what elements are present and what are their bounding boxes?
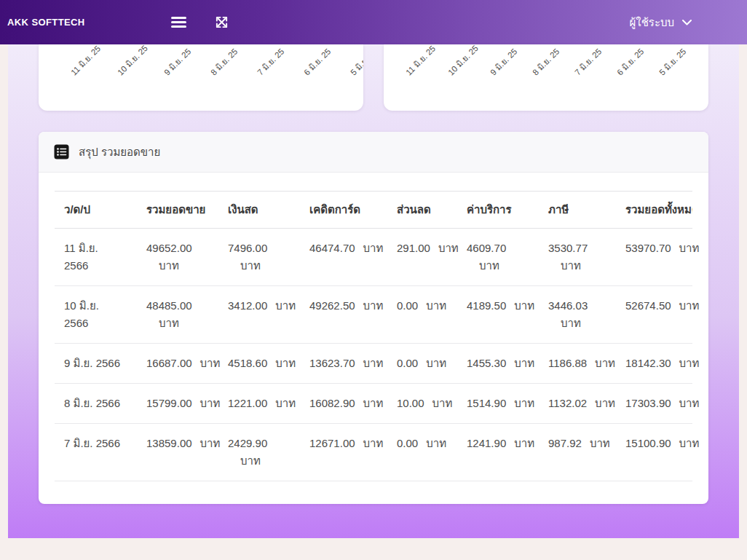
currency-unit: บาท — [275, 299, 296, 312]
sidebar-toggle-button[interactable] — [171, 15, 186, 30]
amount-cell: 46474.70บาท — [300, 229, 387, 286]
amount-cell: 1221.00บาท — [218, 384, 300, 424]
column-header: ว/ด/ป — [55, 192, 137, 229]
amount-cell: 49262.50บาท — [300, 286, 387, 344]
x-axis-tick-label: 5 มิ.ย. 25 — [347, 45, 363, 78]
currency-unit: บาท — [363, 397, 384, 409]
sales-summary-card: สรุป รวมยอดขาย ว/ด/ปรวมยอดขายเงินสดเคดิต… — [39, 132, 708, 504]
column-header: เคดิตการ์ด — [300, 192, 387, 229]
amount-cell: 10.00บาท — [387, 384, 457, 424]
brand-logo[interactable]: AKK SOFTTECH — [7, 17, 85, 28]
amount-cell: 15799.00บาท — [137, 384, 218, 424]
amount-cell: 16687.00บาท — [137, 344, 218, 384]
content-area: 11 มิ.ย. 2510 มิ.ย. 259 มิ.ย. 258 มิ.ย. … — [8, 44, 739, 538]
currency-unit: บาท — [561, 257, 612, 275]
amount-cell: 3446.03บาท — [539, 286, 616, 344]
currency-unit: บาท — [363, 437, 384, 449]
amount-cell: 18142.30บาท — [616, 344, 692, 384]
amount-cell: 1241.90บาท — [457, 424, 539, 481]
hamburger-icon — [171, 15, 186, 30]
amount-value: 18142.30 — [625, 357, 671, 369]
x-axis-tick-label: 10 มิ.ย. 25 — [445, 44, 481, 79]
fullscreen-expand-icon — [215, 15, 229, 29]
column-header: ค่าบริการ — [457, 192, 539, 229]
amount-cell: 291.00บาท — [387, 229, 457, 286]
chart-left-x-axis: 11 มิ.ย. 2510 มิ.ย. 259 มิ.ย. 258 มิ.ย. … — [39, 44, 363, 111]
amount-cell: 987.92บาท — [539, 424, 616, 481]
x-axis-tick-label: 9 มิ.ย. 25 — [487, 45, 520, 78]
x-axis-tick-label: 8 มิ.ย. 25 — [208, 45, 240, 78]
currency-unit: บาท — [479, 257, 534, 275]
amount-cell: 1455.30บาท — [457, 344, 539, 384]
amount-value: 987.92 — [548, 437, 582, 449]
amount-cell: 17303.90บาท — [616, 384, 692, 424]
date-cell: 11 มิ.ย. 2566 — [55, 229, 137, 286]
x-axis-tick-label: 6 มิ.ย. 25 — [614, 45, 647, 78]
currency-unit: บาท — [159, 315, 214, 332]
currency-unit: บาท — [159, 257, 214, 275]
table-row: 11 มิ.ย. 256649652.00บาท7496.00บาท46474.… — [55, 229, 692, 286]
currency-unit: บาท — [240, 257, 296, 275]
amount-value: 4518.60 — [228, 357, 267, 369]
date-cell: 10 มิ.ย. 2566 — [55, 286, 137, 344]
amount-value: 13859.00 — [146, 437, 192, 449]
amount-value: 15799.00 — [146, 397, 192, 409]
summary-card-header: สรุป รวมยอดขาย — [39, 132, 708, 173]
date-cell: 9 มิ.ย. 2566 — [55, 344, 137, 384]
currency-unit: บาท — [514, 397, 534, 409]
amount-value: 10.00 — [397, 397, 424, 409]
user-menu[interactable]: ผู้ใช้ระบบ — [630, 14, 692, 31]
amount-value: 1186.88 — [548, 357, 587, 369]
currency-unit: บาท — [514, 299, 534, 312]
amount-value: 1455.30 — [467, 357, 506, 369]
amount-value: 3446.03 — [548, 299, 588, 312]
column-header: ส่วนลด — [387, 192, 457, 229]
currency-unit: บาท — [514, 437, 534, 449]
amount-value: 1132.02 — [548, 397, 587, 409]
currency-unit: บาท — [426, 437, 446, 449]
table-row: 7 มิ.ย. 256613859.00บาท2429.90บาท12671.0… — [55, 424, 692, 481]
currency-unit: บาท — [363, 357, 384, 369]
amount-value: 291.00 — [397, 242, 430, 254]
table-header-row: ว/ด/ปรวมยอดขายเงินสดเคดิตการ์ดส่วนลดค่าบ… — [55, 192, 692, 229]
amount-cell: 1514.90บาท — [457, 384, 539, 424]
amount-value: 49652.00 — [146, 242, 192, 254]
summary-card-title: สรุป รวมยอดขาย — [79, 143, 160, 161]
amount-value: 13623.70 — [309, 357, 355, 369]
amount-value: 15100.90 — [625, 437, 671, 449]
currency-unit: บาท — [590, 437, 610, 449]
amount-cell: 53970.70บาท — [616, 229, 692, 286]
amount-cell: 13623.70บาท — [300, 344, 387, 384]
x-axis-tick-label: 8 มิ.ย. 25 — [529, 45, 562, 78]
amount-cell: 12671.00บาท — [300, 424, 387, 481]
amount-value: 46474.70 — [309, 242, 355, 254]
table-row: 10 มิ.ย. 256648485.00บาท3412.00บาท49262.… — [55, 286, 692, 344]
currency-unit: บาท — [200, 397, 221, 409]
amount-value: 0.00 — [397, 357, 418, 369]
x-axis-tick-label: 9 มิ.ย. 25 — [161, 45, 194, 78]
amount-cell: 4189.50บาท — [457, 286, 539, 344]
amount-cell: 52674.50บาท — [616, 286, 692, 344]
summary-table-wrap: ว/ด/ปรวมยอดขายเงินสดเคดิตการ์ดส่วนลดค่าบ… — [39, 173, 708, 504]
table-row: 9 มิ.ย. 256616687.00บาท4518.60บาท13623.7… — [55, 344, 692, 384]
x-axis-tick-label: 5 มิ.ย. 25 — [656, 45, 689, 78]
fullscreen-button[interactable] — [215, 15, 229, 29]
user-menu-label: ผู้ใช้ระบบ — [630, 14, 674, 31]
amount-value: 1514.90 — [467, 397, 506, 409]
amount-value: 16082.90 — [309, 397, 355, 409]
amount-cell: 2429.90บาท — [218, 424, 300, 481]
column-header: เงินสด — [218, 192, 300, 229]
currency-unit: บาท — [432, 397, 453, 409]
x-axis-tick-label: 11 มิ.ย. 25 — [403, 44, 438, 79]
app-header: AKK SOFTTECH ผู้ใช้ระบบ — [0, 0, 747, 44]
amount-value: 2429.90 — [228, 437, 267, 449]
amount-cell: 49652.00บาท — [137, 229, 218, 286]
x-axis-tick-label: 7 มิ.ย. 25 — [254, 45, 287, 78]
currency-unit: บาท — [679, 299, 700, 312]
amount-cell: 7496.00บาท — [218, 229, 300, 286]
amount-cell: 0.00บาท — [387, 344, 457, 384]
amount-value: 1241.90 — [467, 437, 506, 449]
x-axis-tick-label: 7 มิ.ย. 25 — [572, 45, 604, 78]
amount-value: 49262.50 — [309, 299, 355, 312]
currency-unit: บาท — [679, 357, 700, 369]
